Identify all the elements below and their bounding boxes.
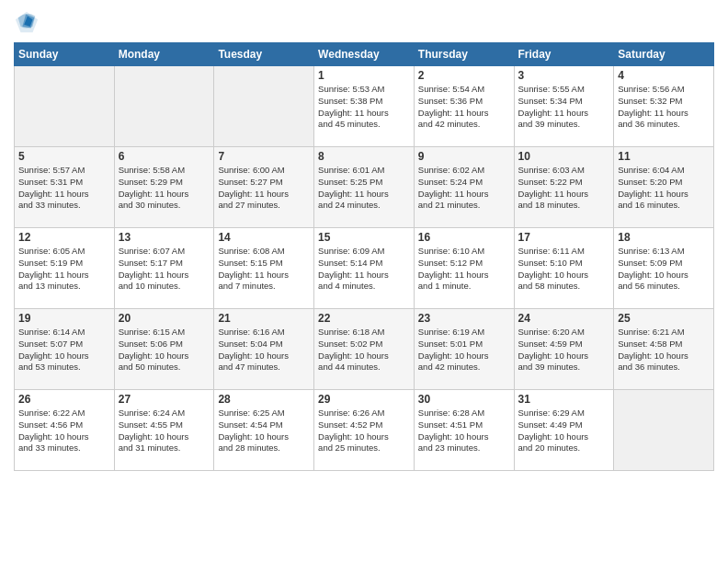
calendar-day-header: Tuesday bbox=[214, 43, 314, 66]
day-number: 9 bbox=[418, 150, 510, 163]
page-container: SundayMondayTuesdayWednesdayThursdayFrid… bbox=[0, 0, 728, 480]
calendar-cell: 4Sunrise: 5:56 AM Sunset: 5:32 PM Daylig… bbox=[614, 66, 714, 147]
calendar-cell: 12Sunrise: 6:05 AM Sunset: 5:19 PM Dayli… bbox=[15, 228, 115, 309]
calendar-cell: 23Sunrise: 6:19 AM Sunset: 5:01 PM Dayli… bbox=[414, 309, 514, 390]
day-number: 20 bbox=[119, 312, 210, 325]
day-number: 30 bbox=[418, 393, 510, 406]
day-info: Sunrise: 6:03 AM Sunset: 5:22 PM Dayligh… bbox=[518, 165, 610, 212]
calendar-cell bbox=[614, 390, 714, 471]
calendar-cell: 19Sunrise: 6:14 AM Sunset: 5:07 PM Dayli… bbox=[15, 309, 115, 390]
calendar-day-header: Friday bbox=[514, 43, 614, 66]
calendar-cell bbox=[214, 66, 314, 147]
calendar-day-header: Saturday bbox=[614, 43, 714, 66]
day-info: Sunrise: 6:05 AM Sunset: 5:19 PM Dayligh… bbox=[18, 246, 110, 293]
day-number: 17 bbox=[518, 231, 610, 244]
day-number: 15 bbox=[318, 231, 410, 244]
day-info: Sunrise: 6:21 AM Sunset: 4:58 PM Dayligh… bbox=[618, 327, 710, 373]
day-number: 7 bbox=[218, 150, 310, 163]
day-number: 14 bbox=[218, 231, 310, 244]
calendar-cell bbox=[15, 66, 115, 147]
day-info: Sunrise: 6:24 AM Sunset: 4:55 PM Dayligh… bbox=[119, 408, 210, 454]
calendar-week-row: 19Sunrise: 6:14 AM Sunset: 5:07 PM Dayli… bbox=[15, 309, 714, 390]
calendar-day-header: Wednesday bbox=[314, 43, 415, 66]
calendar-cell: 13Sunrise: 6:07 AM Sunset: 5:17 PM Dayli… bbox=[114, 228, 214, 309]
day-info: Sunrise: 6:02 AM Sunset: 5:24 PM Dayligh… bbox=[418, 165, 510, 212]
calendar-cell: 3Sunrise: 5:55 AM Sunset: 5:34 PM Daylig… bbox=[514, 66, 614, 147]
calendar-cell: 24Sunrise: 6:20 AM Sunset: 4:59 PM Dayli… bbox=[514, 309, 614, 390]
day-info: Sunrise: 5:58 AM Sunset: 5:29 PM Dayligh… bbox=[119, 165, 210, 212]
day-info: Sunrise: 6:09 AM Sunset: 5:14 PM Dayligh… bbox=[318, 246, 410, 293]
day-number: 5 bbox=[18, 150, 110, 163]
day-info: Sunrise: 6:19 AM Sunset: 5:01 PM Dayligh… bbox=[418, 327, 510, 373]
logo-icon bbox=[14, 9, 40, 35]
calendar-cell: 8Sunrise: 6:01 AM Sunset: 5:25 PM Daylig… bbox=[314, 147, 415, 228]
day-number: 16 bbox=[418, 231, 510, 244]
calendar-header-row: SundayMondayTuesdayWednesdayThursdayFrid… bbox=[15, 43, 714, 66]
calendar-cell: 1Sunrise: 5:53 AM Sunset: 5:38 PM Daylig… bbox=[314, 66, 415, 147]
calendar-cell: 7Sunrise: 6:00 AM Sunset: 5:27 PM Daylig… bbox=[214, 147, 314, 228]
calendar-cell: 18Sunrise: 6:13 AM Sunset: 5:09 PM Dayli… bbox=[614, 228, 714, 309]
day-info: Sunrise: 6:13 AM Sunset: 5:09 PM Dayligh… bbox=[618, 246, 710, 293]
day-number: 4 bbox=[618, 69, 710, 82]
calendar-day-header: Thursday bbox=[414, 43, 514, 66]
calendar-cell: 6Sunrise: 5:58 AM Sunset: 5:29 PM Daylig… bbox=[114, 147, 214, 228]
calendar-week-row: 5Sunrise: 5:57 AM Sunset: 5:31 PM Daylig… bbox=[15, 147, 714, 228]
calendar-table: SundayMondayTuesdayWednesdayThursdayFrid… bbox=[14, 42, 714, 471]
calendar-cell: 27Sunrise: 6:24 AM Sunset: 4:55 PM Dayli… bbox=[114, 390, 214, 471]
day-number: 18 bbox=[618, 231, 710, 244]
calendar-cell: 25Sunrise: 6:21 AM Sunset: 4:58 PM Dayli… bbox=[614, 309, 714, 390]
calendar-cell: 30Sunrise: 6:28 AM Sunset: 4:51 PM Dayli… bbox=[414, 390, 514, 471]
day-info: Sunrise: 6:16 AM Sunset: 5:04 PM Dayligh… bbox=[218, 327, 310, 373]
day-info: Sunrise: 6:18 AM Sunset: 5:02 PM Dayligh… bbox=[318, 327, 410, 373]
day-info: Sunrise: 6:20 AM Sunset: 4:59 PM Dayligh… bbox=[518, 327, 610, 373]
day-number: 11 bbox=[618, 150, 710, 163]
day-info: Sunrise: 6:11 AM Sunset: 5:10 PM Dayligh… bbox=[518, 246, 610, 293]
calendar-cell: 9Sunrise: 6:02 AM Sunset: 5:24 PM Daylig… bbox=[414, 147, 514, 228]
header bbox=[14, 9, 714, 35]
day-number: 19 bbox=[18, 312, 110, 325]
calendar-week-row: 12Sunrise: 6:05 AM Sunset: 5:19 PM Dayli… bbox=[15, 228, 714, 309]
day-number: 6 bbox=[119, 150, 210, 163]
day-number: 8 bbox=[318, 150, 410, 163]
day-number: 2 bbox=[418, 69, 510, 82]
calendar-cell: 16Sunrise: 6:10 AM Sunset: 5:12 PM Dayli… bbox=[414, 228, 514, 309]
calendar-cell bbox=[114, 66, 214, 147]
day-number: 12 bbox=[18, 231, 110, 244]
day-number: 21 bbox=[218, 312, 310, 325]
calendar-cell: 29Sunrise: 6:26 AM Sunset: 4:52 PM Dayli… bbox=[314, 390, 415, 471]
day-number: 31 bbox=[518, 393, 610, 406]
day-info: Sunrise: 6:01 AM Sunset: 5:25 PM Dayligh… bbox=[318, 165, 410, 212]
day-info: Sunrise: 6:08 AM Sunset: 5:15 PM Dayligh… bbox=[218, 246, 310, 293]
day-number: 27 bbox=[119, 393, 210, 406]
day-info: Sunrise: 5:53 AM Sunset: 5:38 PM Dayligh… bbox=[318, 84, 410, 131]
calendar-cell: 22Sunrise: 6:18 AM Sunset: 5:02 PM Dayli… bbox=[314, 309, 415, 390]
day-info: Sunrise: 6:29 AM Sunset: 4:49 PM Dayligh… bbox=[518, 408, 610, 454]
calendar-cell: 17Sunrise: 6:11 AM Sunset: 5:10 PM Dayli… bbox=[514, 228, 614, 309]
day-number: 25 bbox=[618, 312, 710, 325]
day-number: 1 bbox=[318, 69, 410, 82]
day-info: Sunrise: 6:04 AM Sunset: 5:20 PM Dayligh… bbox=[618, 165, 710, 212]
day-info: Sunrise: 5:57 AM Sunset: 5:31 PM Dayligh… bbox=[18, 165, 110, 212]
day-number: 13 bbox=[119, 231, 210, 244]
calendar-cell: 31Sunrise: 6:29 AM Sunset: 4:49 PM Dayli… bbox=[514, 390, 614, 471]
day-info: Sunrise: 6:07 AM Sunset: 5:17 PM Dayligh… bbox=[119, 246, 210, 293]
calendar-cell: 15Sunrise: 6:09 AM Sunset: 5:14 PM Dayli… bbox=[314, 228, 415, 309]
day-info: Sunrise: 6:25 AM Sunset: 4:54 PM Dayligh… bbox=[218, 408, 310, 454]
day-number: 22 bbox=[318, 312, 410, 325]
calendar-day-header: Sunday bbox=[15, 43, 115, 66]
day-info: Sunrise: 6:26 AM Sunset: 4:52 PM Dayligh… bbox=[318, 408, 410, 454]
day-number: 24 bbox=[518, 312, 610, 325]
day-info: Sunrise: 6:00 AM Sunset: 5:27 PM Dayligh… bbox=[218, 165, 310, 212]
day-info: Sunrise: 6:10 AM Sunset: 5:12 PM Dayligh… bbox=[418, 246, 510, 293]
day-info: Sunrise: 6:15 AM Sunset: 5:06 PM Dayligh… bbox=[119, 327, 210, 373]
day-info: Sunrise: 5:56 AM Sunset: 5:32 PM Dayligh… bbox=[618, 84, 710, 131]
calendar-cell: 5Sunrise: 5:57 AM Sunset: 5:31 PM Daylig… bbox=[15, 147, 115, 228]
calendar-week-row: 26Sunrise: 6:22 AM Sunset: 4:56 PM Dayli… bbox=[15, 390, 714, 471]
calendar-cell: 14Sunrise: 6:08 AM Sunset: 5:15 PM Dayli… bbox=[214, 228, 314, 309]
calendar-cell: 26Sunrise: 6:22 AM Sunset: 4:56 PM Dayli… bbox=[15, 390, 115, 471]
day-info: Sunrise: 5:55 AM Sunset: 5:34 PM Dayligh… bbox=[518, 84, 610, 131]
day-info: Sunrise: 6:28 AM Sunset: 4:51 PM Dayligh… bbox=[418, 408, 510, 454]
calendar-cell: 11Sunrise: 6:04 AM Sunset: 5:20 PM Dayli… bbox=[614, 147, 714, 228]
calendar-cell: 2Sunrise: 5:54 AM Sunset: 5:36 PM Daylig… bbox=[414, 66, 514, 147]
day-number: 23 bbox=[418, 312, 510, 325]
